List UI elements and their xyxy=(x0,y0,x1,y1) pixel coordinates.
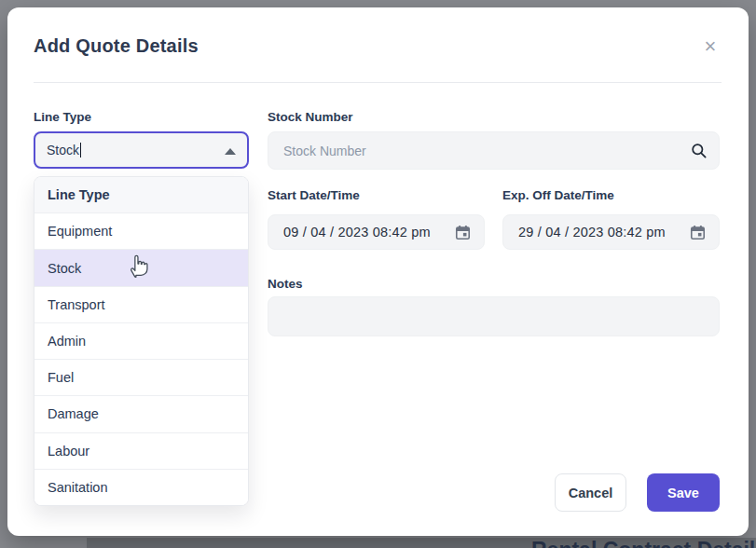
notes-field-wrap xyxy=(268,296,720,336)
close-icon[interactable]: × xyxy=(698,34,722,59)
calendar-icon[interactable] xyxy=(450,220,474,244)
dropdown-option-labour[interactable]: Labour xyxy=(34,432,248,469)
calendar-icon[interactable] xyxy=(685,220,709,244)
start-datetime-value: 09 / 04 / 2023 08:42 pm xyxy=(283,225,431,240)
line-type-value: Stock xyxy=(47,143,79,158)
notes-label: Notes xyxy=(268,277,303,291)
text-cursor xyxy=(80,143,81,158)
exp-off-datetime-field[interactable]: 29 / 04 / 2023 08:42 pm xyxy=(502,214,720,250)
exp-off-datetime-value: 29 / 04 / 2023 08:42 pm xyxy=(518,225,666,240)
save-button[interactable]: Save xyxy=(647,473,720,512)
dropdown-option-transport[interactable]: Transport xyxy=(34,286,248,322)
line-type-select[interactable]: Stock xyxy=(34,131,249,169)
notes-input[interactable] xyxy=(268,297,719,336)
stock-number-label: Stock Number xyxy=(268,110,353,124)
dropdown-option-line-type[interactable]: Line Type xyxy=(34,177,248,212)
exp-off-datetime-label: Exp. Off Date/Time xyxy=(502,188,614,202)
start-datetime-field[interactable]: 09 / 04 / 2023 08:42 pm xyxy=(268,214,485,250)
dropdown-option-damage[interactable]: Damage xyxy=(34,395,248,432)
add-quote-details-dialog: Add Quote Details × Line Type Stock Line… xyxy=(7,7,749,536)
line-type-label: Line Type xyxy=(34,110,91,124)
header-divider xyxy=(34,82,722,83)
start-datetime-label: Start Date/Time xyxy=(268,188,360,202)
dropdown-option-equipment[interactable]: Equipment xyxy=(34,212,248,249)
chevron-up-icon xyxy=(225,148,236,155)
search-icon[interactable] xyxy=(678,132,719,169)
dropdown-option-admin[interactable]: Admin xyxy=(34,322,248,359)
stock-number-input[interactable] xyxy=(268,144,678,158)
dropdown-option-stock[interactable]: Stock xyxy=(34,249,248,285)
background-page-title: Rental Contract Details xyxy=(531,538,756,548)
line-type-dropdown-panel: Line TypeEquipmentStockTransportAdminFue… xyxy=(34,176,249,506)
dropdown-option-sanitation[interactable]: Sanitation xyxy=(34,469,248,505)
stock-number-field-wrap xyxy=(268,131,720,170)
dialog-title: Add Quote Details xyxy=(34,35,199,57)
cancel-button[interactable]: Cancel xyxy=(555,473,626,512)
dropdown-option-fuel[interactable]: Fuel xyxy=(34,359,248,395)
background-page-strip: Rental Contract Details xyxy=(87,538,756,548)
